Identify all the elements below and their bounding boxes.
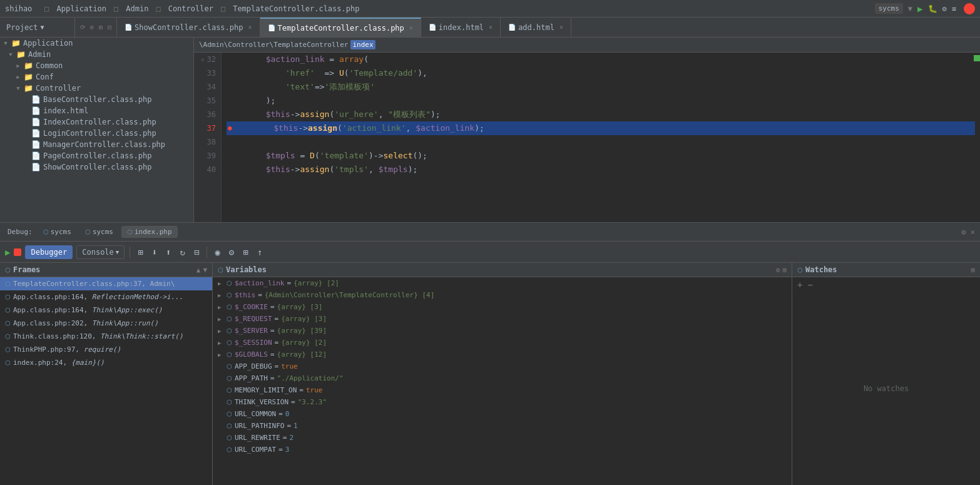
settings-tab-icon[interactable]: ⚙ <box>89 23 95 32</box>
tree-item-admin[interactable]: ▼ 📁 Admin <box>0 49 193 60</box>
tab-template-close[interactable]: × <box>409 24 413 31</box>
step-out-icon[interactable]: ⬆ <box>163 246 173 258</box>
var-action-link[interactable]: ▶ ⬡ $action_link = {array} [2] <box>213 277 792 289</box>
step-over-icon[interactable]: ⊞ <box>135 246 145 258</box>
var-globals[interactable]: ▶ ⬡ $GLOBALS = {array} [12] <box>213 349 792 360</box>
frame-4-text: Think.class.php:120, Think\Think::start(… <box>13 332 183 340</box>
var-session-expand[interactable]: ▶ <box>218 340 224 346</box>
var-cookie[interactable]: ▶ ⬡ $_COOKIE = {array} [3] <box>213 301 792 313</box>
tree-item-showcontroller[interactable]: 📄 ShowController.class.php <box>0 161 193 173</box>
debug-settings-icon[interactable]: ⚙ × <box>961 228 975 237</box>
tab-add[interactable]: 📄 add.html × <box>501 18 571 37</box>
tab-index-close[interactable]: × <box>489 24 493 31</box>
tree-item-managercontroller[interactable]: 📄 ManagerController.class.php <box>0 139 193 150</box>
var-this-expand[interactable]: ▶ <box>218 292 224 299</box>
project-selector[interactable]: Project ▼ <box>0 18 75 37</box>
var-server[interactable]: ▶ ⬡ $_SERVER = {array} [39] <box>213 325 792 337</box>
view-icon[interactable]: ⊞ <box>240 246 250 258</box>
watches-expand-btn[interactable]: ⊞ <box>971 266 975 274</box>
expand-icon[interactable]: ⊞ <box>98 23 104 32</box>
var-server-name: $_SERVER <box>235 327 268 335</box>
var-think-version: ⬡ THINK_VERSION = "3.2.3" <box>213 396 792 408</box>
breadcrumb-controller[interactable]: Controller <box>168 4 213 13</box>
tree-item-application[interactable]: ▼ 📁 Application <box>0 38 193 49</box>
tree-item-controller[interactable]: ▼ 📁 Controller <box>0 83 193 94</box>
frame-item-0[interactable]: ⬡ TemplateController.class.php:37, Admin… <box>0 277 212 290</box>
var-url-rewrite-name: URL_REWRITE <box>235 434 280 442</box>
debug-tab-sycms2[interactable]: ⬡ sycms <box>79 226 119 238</box>
frame-1-text: App.class.php:164, ReflectionMethod->i..… <box>13 293 183 301</box>
debug-icon[interactable]: 🐛 <box>928 4 937 13</box>
tree-item-indexcontroller[interactable]: 📄 IndexController.class.php <box>0 116 193 128</box>
code-line-32: $action_link = array( <box>227 53 975 66</box>
step-into-icon[interactable]: ⬇ <box>150 246 160 258</box>
var-request[interactable]: ▶ ⬡ $_REQUEST = {array} [3] <box>213 313 792 325</box>
tab-add-icon: 📄 <box>508 24 516 31</box>
build-icon[interactable]: ⚙ <box>942 4 947 13</box>
var-action-link-icon: ⬡ <box>227 280 232 287</box>
debug-tab-index[interactable]: ⬡ index.php <box>121 226 178 238</box>
var-server-eq: = <box>270 327 275 335</box>
breadcrumb-admin[interactable]: Admin <box>126 4 148 13</box>
var-session[interactable]: ▶ ⬡ $_SESSION = {array} [2] <box>213 337 792 349</box>
var-request-eq: = <box>275 315 279 323</box>
file-managercontroller-icon: 📄 <box>31 140 41 149</box>
tree-item-indexhtml[interactable]: 📄 index.html <box>0 105 193 116</box>
breakpoints-icon[interactable]: ◉ <box>212 246 222 258</box>
export-icon[interactable]: ↑ <box>255 246 265 258</box>
tab-show-close[interactable]: × <box>248 24 252 31</box>
var-request-expand[interactable]: ▶ <box>218 316 224 322</box>
tab-show[interactable]: 📄 ShowController.class.php × <box>117 18 260 37</box>
frames-up-btn[interactable]: ▲ <box>197 266 201 274</box>
code-area[interactable]: ◇32 33 34 35 36 37 38 39 40 $action_link… <box>194 53 980 222</box>
run-to-cursor-icon[interactable]: ↻ <box>178 246 188 258</box>
frame-item-6[interactable]: ⬡ index.php:24, {main}() <box>0 356 212 369</box>
collapse-icon[interactable]: ⊟ <box>106 23 113 32</box>
evaluate-icon[interactable]: ⊟ <box>191 246 202 258</box>
var-url-compat-icon: ⬡ <box>227 446 232 453</box>
green-indicator <box>974 55 980 61</box>
tab-add-label: add.html <box>518 23 554 32</box>
tree-item-basecontroller[interactable]: 📄 BaseController.class.php <box>0 94 193 105</box>
debug-play-button[interactable]: ▶ <box>5 247 10 257</box>
frame-item-4[interactable]: ⬡ Think.class.php:120, Think\Think::star… <box>0 330 212 343</box>
var-server-expand[interactable]: ▶ <box>218 328 224 334</box>
tab-template[interactable]: 📄 TemplateController.class.php × <box>260 18 421 37</box>
settings-icon[interactable]: ≡ <box>952 4 956 13</box>
settings2-icon[interactable]: ⚙ <box>227 246 237 258</box>
var-this-icon: ⬡ <box>227 292 232 299</box>
debugger-tab[interactable]: Debugger <box>25 245 73 259</box>
tab-index-label: index.html <box>439 23 484 32</box>
variables-settings-btn[interactable]: ⚙ <box>776 266 780 274</box>
watch-remove-button[interactable]: − <box>807 280 812 290</box>
var-action-link-expand[interactable]: ▶ <box>218 280 224 287</box>
run-button[interactable]: ▶ <box>917 4 922 14</box>
tree-item-pagecontroller[interactable]: 📄 PageController.class.php <box>0 150 193 161</box>
var-memory-limit-icon: ⬡ <box>227 387 232 394</box>
debug-tab-sycms1[interactable]: ⬡ sycms <box>38 226 77 238</box>
sync-icon[interactable]: ⟳ <box>79 23 86 32</box>
watch-add-button[interactable]: + <box>797 280 802 290</box>
expand-common: ▶ <box>15 63 21 69</box>
tree-item-conf[interactable]: ▶ 📁 Conf <box>0 71 193 83</box>
tree-item-logincontroller[interactable]: 📄 LoginController.class.php <box>0 128 193 139</box>
console-tab[interactable]: Console ▼ <box>76 245 125 259</box>
frames-down-btn[interactable]: ▼ <box>203 266 207 274</box>
var-cookie-expand[interactable]: ▶ <box>218 304 224 310</box>
code-lines-content[interactable]: $action_link = array( 'href' => U('Templ… <box>222 53 980 222</box>
frame-item-3[interactable]: ⬡ App.class.php:202, Think\App::run() <box>0 317 212 330</box>
frame-item-1[interactable]: ⬡ App.class.php:164, ReflectionMethod->i… <box>0 290 212 304</box>
tab-add-close[interactable]: × <box>559 24 563 31</box>
tree-item-common[interactable]: ▶ 📁 Common <box>0 60 193 71</box>
frame-item-2[interactable]: ⬡ App.class.php:164, Think\App::exec() <box>0 304 212 317</box>
var-this[interactable]: ▶ ⬡ $this = {Admin\Controller\TemplateCo… <box>213 289 792 301</box>
var-globals-expand[interactable]: ▶ <box>218 352 224 358</box>
frame-item-5[interactable]: ⬡ ThinkPHP.php:97, require() <box>0 343 212 356</box>
tab-index[interactable]: 📄 index.html × <box>421 18 501 37</box>
debug-stop-button[interactable] <box>14 248 21 256</box>
variables-header: ⬡ Variables ⚙ ⊞ <box>213 263 792 277</box>
frames-list: ⬡ TemplateController.class.php:37, Admin… <box>0 277 212 485</box>
breadcrumb-app[interactable]: Application <box>57 4 106 13</box>
variables-expand-btn[interactable]: ⊞ <box>782 266 787 274</box>
breadcrumb-file[interactable]: TemplateController.class.php <box>233 4 359 13</box>
